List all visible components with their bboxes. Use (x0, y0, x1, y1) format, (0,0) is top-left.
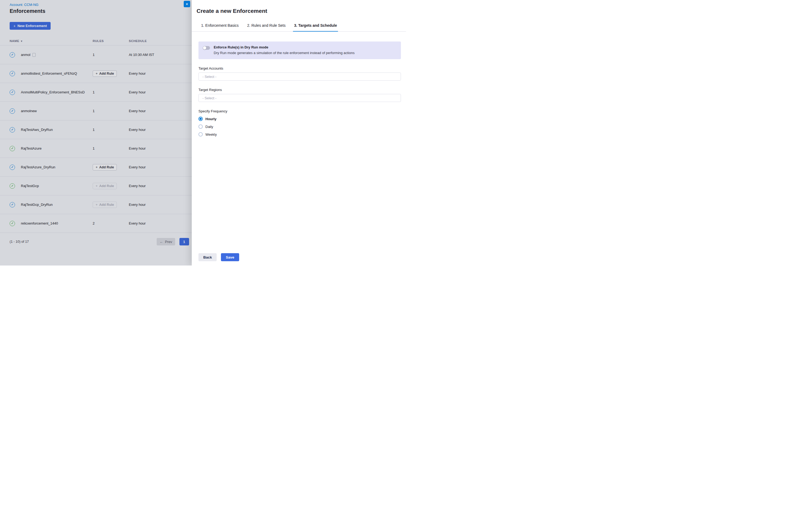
screen: Account: CCM-NG Enforcements + New Enfor… (0, 0, 406, 265)
radio-checked-icon[interactable] (199, 117, 203, 121)
back-button[interactable]: Back (199, 253, 217, 261)
frequency-option-daily[interactable]: Daily (199, 124, 401, 129)
panel-footer: Back Save (192, 253, 406, 265)
tab-enforcement-basics[interactable]: 1. Enforcement Basics (200, 20, 240, 32)
target-regions-placeholder: - Select - (202, 96, 216, 100)
wizard-tabs: 1. Enforcement Basics 2. Rules and Rule … (192, 20, 406, 32)
target-accounts-placeholder: - Select - (202, 75, 216, 79)
save-button[interactable]: Save (221, 253, 239, 261)
frequency-option-weekly[interactable]: Weekly (199, 132, 401, 136)
close-icon: ✕ (186, 2, 189, 6)
radio-unchecked-icon[interactable] (199, 132, 203, 136)
frequency-option-hourly[interactable]: Hourly (199, 117, 401, 121)
tab-rules-and-rule-sets[interactable]: 2. Rules and Rule Sets (246, 20, 287, 32)
dry-run-toggle[interactable] (203, 46, 210, 50)
target-regions-select[interactable]: - Select - (199, 94, 401, 102)
dry-run-title: Enforce Rule(s) in Dry Run mode (214, 45, 354, 49)
dry-run-banner: Enforce Rule(s) in Dry Run mode Dry Run … (199, 42, 401, 59)
close-button[interactable]: ✕ (184, 1, 190, 7)
toggle-knob (203, 46, 206, 49)
dry-run-description: Dry Run mode generates a simulation of t… (214, 51, 354, 55)
panel-content: Enforce Rule(s) in Dry Run mode Dry Run … (192, 32, 406, 253)
tab-targets-and-schedule[interactable]: 3. Targets and Schedule (293, 20, 338, 32)
frequency-options: Hourly Daily Weekly (199, 117, 401, 136)
panel-title: Create a new Enforcement (197, 8, 400, 14)
target-accounts-label: Target Accounts (199, 67, 401, 70)
target-regions-label: Target Regions (199, 88, 401, 92)
radio-unchecked-icon[interactable] (199, 124, 203, 129)
target-accounts-select[interactable]: - Select - (199, 73, 401, 80)
create-enforcement-panel: ✕ Create a new Enforcement 1. Enforcemen… (192, 0, 406, 265)
specify-frequency-label: Specify Frequency (199, 109, 401, 113)
